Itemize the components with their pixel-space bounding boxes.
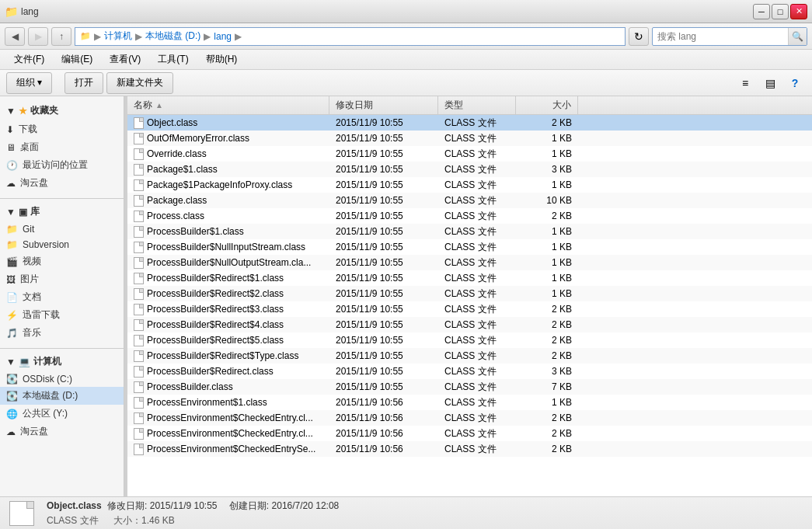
sidebar-item-videos[interactable]: 🎬 视频 [0,252,124,270]
column-header-name[interactable]: 名称 ▲ [127,96,329,114]
title-bar-controls: ─ □ ✕ [753,4,807,19]
menu-view[interactable]: 查看(V) [102,51,148,68]
menu-bar: 文件(F) 编辑(E) 查看(V) 工具(T) 帮助(H) [0,50,812,70]
table-row[interactable]: ProcessEnvironment$1.class2015/11/9 10:5… [127,395,812,410]
main-content: ▼ ★ 收藏夹 ⬇ 下载 🖥 桌面 🕐 最近访问的位置 ☁ 淘云盘 [0,96,812,496]
picture-icon: 🖼 [6,274,16,285]
maximize-button[interactable]: □ [772,4,789,19]
table-row[interactable]: ProcessBuilder.class2015/11/9 10:55CLASS… [127,379,812,395]
sidebar-item-music[interactable]: 🎵 音乐 [0,324,124,342]
path-segment-lang[interactable]: lang [214,31,232,42]
sidebar-item-git[interactable]: 📁 Git [0,221,124,237]
sidebar-item-taoyun[interactable]: ☁ 淘云盘 [0,174,124,192]
up-button[interactable]: ↑ [51,27,71,46]
status-bar: Object.class 修改日期: 2015/11/9 10:55 创建日期:… [0,496,812,529]
file-icon [134,242,144,253]
file-icon [134,133,144,144]
new-folder-button[interactable]: 新建文件夹 [106,72,173,94]
file-size: 2 KB [516,348,578,364]
column-header-size[interactable]: 大小 [516,96,578,114]
sidebar-item-localdisk[interactable]: 💽 本地磁盘 (D:) [0,387,124,405]
table-row[interactable]: ProcessBuilder$NullInputStream.class2015… [127,239,812,255]
sidebar-header-libraries[interactable]: ▼ ▣ 库 [0,202,124,221]
sidebar-item-taoyun2[interactable]: ☁ 淘云盘 [0,423,124,440]
sidebar-item-public[interactable]: 🌐 公共区 (Y:) [0,405,124,423]
table-row[interactable]: ProcessBuilder$Redirect$4.class2015/11/9… [127,317,812,332]
open-button[interactable]: 打开 [64,72,103,94]
file-icon [134,397,144,409]
table-row[interactable]: ProcessBuilder$Redirect$2.class2015/11/9… [127,286,812,301]
file-icon [134,428,144,440]
menu-file[interactable]: 文件(F) [6,51,52,68]
file-date: 2015/11/9 10:55 [329,239,438,255]
file-name: Package$1PackageInfoProxy.class [147,179,292,190]
file-icon [134,273,144,284]
table-row[interactable]: OutOfMemoryError.class2015/11/9 10:55CLA… [127,131,812,146]
file-icon [134,335,144,346]
sidebar-item-downloads[interactable]: ⬇ 下载 [0,120,124,138]
table-row[interactable]: ProcessBuilder$Redirect$5.class2015/11/9… [127,332,812,348]
file-type: CLASS 文件 [438,177,516,193]
sidebar-item-subversion[interactable]: 📁 Subversion [0,237,124,252]
toolbar-right: ≡ ▤ ? [734,72,806,94]
table-row[interactable]: Process.class2015/11/9 10:55CLASS 文件2 KB [127,208,812,224]
menu-help[interactable]: 帮助(H) [198,51,246,68]
table-row[interactable]: ProcessBuilder$1.class2015/11/9 10:55CLA… [127,224,812,239]
file-date: 2015/11/9 10:56 [329,410,438,426]
sidebar-item-pictures[interactable]: 🖼 图片 [0,270,124,288]
table-row[interactable]: ProcessBuilder$Redirect.class2015/11/9 1… [127,364,812,379]
table-row[interactable]: Package.class2015/11/9 10:55CLASS 文件10 K… [127,193,812,208]
minimize-button[interactable]: ─ [753,4,770,19]
close-button[interactable]: ✕ [790,4,807,19]
file-icon [134,117,144,129]
table-row[interactable]: ProcessBuilder$Redirect$3.class2015/11/9… [127,301,812,317]
table-row[interactable]: ProcessEnvironment$CheckedEntrySe...2015… [127,441,812,457]
view-button[interactable]: ≡ [734,72,756,94]
path-segment-computer[interactable]: 计算机 [104,30,132,43]
file-date: 2015/11/9 10:55 [329,286,438,301]
column-header-type[interactable]: 类型 [438,96,516,114]
sidebar-header-computer[interactable]: ▼ 💻 计算机 [0,352,124,371]
sidebar-header-favorites[interactable]: ▼ ★ 收藏夹 [0,101,124,120]
organize-button[interactable]: 组织 ▾ [6,72,52,94]
table-row[interactable]: Object.class2015/11/9 10:55CLASS 文件2 KB [127,115,812,131]
refresh-button[interactable]: ↻ [629,27,649,46]
back-button[interactable]: ◀ [5,27,25,46]
address-path[interactable]: 📁 ▶ 计算机 ▶ 本地磁盘 (D:) ▶ lang ▶ [75,27,626,46]
forward-button[interactable]: ▶ [28,27,48,46]
search-input[interactable] [653,31,788,42]
column-header-date[interactable]: 修改日期 [329,96,438,114]
file-name: ProcessEnvironment$CheckedEntrySe... [147,444,315,454]
table-row[interactable]: Package$1.class2015/11/9 10:55CLASS 文件3 … [127,162,812,177]
file-date: 2015/11/9 10:55 [329,115,438,131]
file-date: 2015/11/9 10:56 [329,426,438,441]
folder-icon-svn: 📁 [6,239,18,250]
sidebar-section-favorites: ▼ ★ 收藏夹 ⬇ 下载 🖥 桌面 🕐 最近访问的位置 ☁ 淘云盘 [0,101,124,192]
sidebar-item-xunlei[interactable]: ⚡ 迅雷下载 [0,306,124,324]
menu-edit[interactable]: 编辑(E) [54,51,100,68]
sidebar-item-documents[interactable]: 📄 文档 [0,288,124,306]
menu-tools[interactable]: 工具(T) [150,51,196,68]
file-name: ProcessEnvironment$CheckedEntry.cl... [147,412,313,423]
search-box: 🔍 [652,27,807,46]
file-type: CLASS 文件 [438,208,516,224]
table-row[interactable]: ProcessBuilder$NullOutputStream.cla...20… [127,255,812,270]
table-row[interactable]: Override.class2015/11/9 10:55CLASS 文件1 K… [127,146,812,162]
status-filename: Object.class 修改日期: 2015/11/9 10:55 创建日期:… [47,499,339,513]
sidebar-item-recent[interactable]: 🕐 最近访问的位置 [0,156,124,174]
file-icon [134,350,144,362]
table-row[interactable]: Package$1PackageInfoProxy.class2015/11/9… [127,177,812,193]
table-row[interactable]: ProcessEnvironment$CheckedEntry.cl...201… [127,410,812,426]
path-segment-disk[interactable]: 本地磁盘 (D:) [145,30,200,43]
file-icon [134,304,144,315]
help-button[interactable]: ? [784,72,806,94]
preview-button[interactable]: ▤ [759,72,781,94]
table-row[interactable]: ProcessBuilder$Redirect$1.class2015/11/9… [127,270,812,286]
table-row[interactable]: ProcessEnvironment$CheckedEntry.cl...201… [127,426,812,441]
search-icon-button[interactable]: 🔍 [788,28,807,45]
file-name: ProcessBuilder$Redirect$1.class [147,273,284,284]
table-row[interactable]: ProcessBuilder$Redirect$Type.class2015/1… [127,348,812,364]
sidebar-item-desktop[interactable]: 🖥 桌面 [0,138,124,156]
sidebar-item-osdisk[interactable]: 💽 OSDisk (C:) [0,371,124,387]
file-name: ProcessBuilder$Redirect$Type.class [147,350,298,361]
